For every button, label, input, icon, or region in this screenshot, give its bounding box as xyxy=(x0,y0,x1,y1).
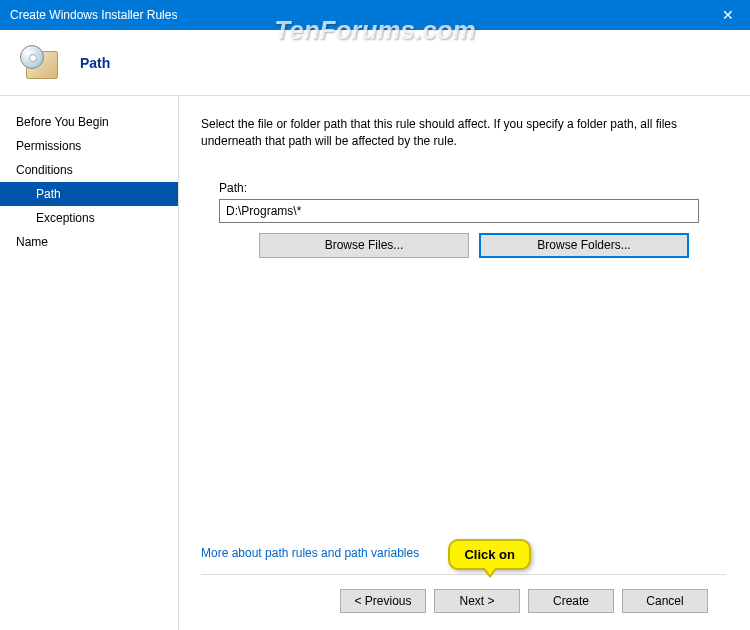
steps-sidebar: Before You Begin Permissions Conditions … xyxy=(0,96,178,630)
window-title: Create Windows Installer Rules xyxy=(10,8,177,22)
sidebar-item-before-you-begin[interactable]: Before You Begin xyxy=(0,110,178,134)
main-panel: Select the file or folder path that this… xyxy=(179,96,750,630)
sidebar-item-path[interactable]: Path xyxy=(0,182,178,206)
sidebar-item-exceptions[interactable]: Exceptions xyxy=(0,206,178,230)
browse-buttons-row: Browse Files... Browse Folders... xyxy=(259,233,726,258)
callout-annotation: Click on xyxy=(448,539,531,570)
instruction-text: Select the file or folder path that this… xyxy=(201,116,726,151)
create-button[interactable]: Create xyxy=(528,589,614,613)
wizard-body: Before You Begin Permissions Conditions … xyxy=(0,96,750,630)
browse-folders-button[interactable]: Browse Folders... xyxy=(479,233,689,258)
sidebar-item-permissions[interactable]: Permissions xyxy=(0,134,178,158)
path-label: Path: xyxy=(219,181,726,195)
previous-button[interactable]: < Previous xyxy=(340,589,426,613)
next-button[interactable]: Next > xyxy=(434,589,520,613)
wizard-footer: Click on < Previous Next > Create Cancel xyxy=(201,574,726,630)
titlebar: Create Windows Installer Rules ✕ xyxy=(0,0,750,30)
wizard-header: Path xyxy=(0,30,750,96)
sidebar-item-conditions[interactable]: Conditions xyxy=(0,158,178,182)
cancel-button[interactable]: Cancel xyxy=(622,589,708,613)
close-icon: ✕ xyxy=(722,7,734,23)
page-title: Path xyxy=(80,55,110,71)
sidebar-item-name[interactable]: Name xyxy=(0,230,178,254)
close-button[interactable]: ✕ xyxy=(705,0,750,30)
path-input[interactable] xyxy=(219,199,699,223)
installer-icon xyxy=(20,43,60,83)
browse-files-button[interactable]: Browse Files... xyxy=(259,233,469,258)
callout-text: Click on xyxy=(464,547,515,562)
